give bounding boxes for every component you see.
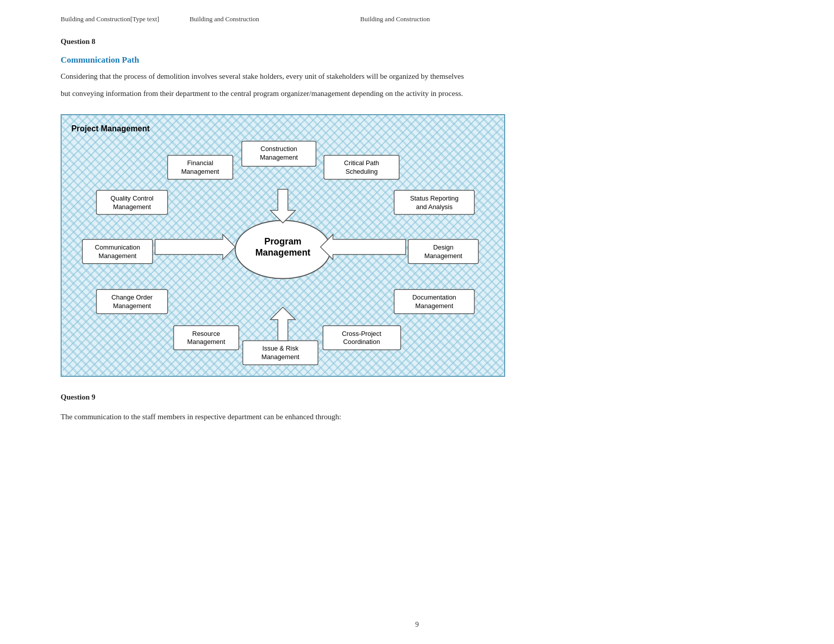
svg-text:Management: Management (415, 302, 454, 310)
diagram-container: Project Management Program Management Co… (61, 114, 505, 377)
question9-label: Question 9 (61, 393, 773, 402)
svg-text:and Analysis: and Analysis (416, 203, 452, 211)
svg-text:Management: Management (181, 168, 220, 175)
svg-text:Coordination: Coordination (343, 338, 380, 345)
svg-text:Management: Management (99, 252, 137, 260)
paragraph1: Considering that the process of demoliti… (61, 70, 773, 83)
question8-label: Question 8 (61, 37, 773, 46)
page-number: 9 (415, 621, 419, 629)
svg-text:Critical Path: Critical Path (344, 159, 379, 167)
svg-text:Issue & Risk: Issue & Risk (262, 344, 299, 352)
svg-text:Management: Management (260, 154, 298, 161)
svg-text:Change Order: Change Order (111, 293, 153, 301)
question9-paragraph: The communication to the staff members i… (61, 411, 773, 424)
svg-text:Management: Management (113, 302, 152, 310)
svg-text:Scheduling: Scheduling (346, 168, 378, 175)
proj-mgmt-title: Project Management (71, 124, 150, 133)
svg-text:Documentation: Documentation (412, 293, 456, 301)
svg-text:Cross-Project: Cross-Project (342, 330, 381, 337)
svg-text:Program: Program (264, 236, 301, 246)
svg-text:Status Reporting: Status Reporting (410, 194, 459, 202)
svg-text:Construction: Construction (261, 145, 297, 153)
svg-text:Management: Management (261, 353, 300, 361)
header: Building and Construction[Type text] Bui… (61, 15, 773, 23)
svg-text:Management: Management (255, 247, 310, 258)
svg-text:Management: Management (187, 338, 226, 345)
svg-text:Management: Management (113, 203, 152, 211)
svg-text:Resource: Resource (192, 330, 220, 337)
svg-text:Financial: Financial (187, 159, 213, 167)
svg-text:Management: Management (424, 252, 463, 260)
header-right: Building and Construction (360, 15, 430, 23)
svg-text:Communication: Communication (95, 243, 140, 251)
section-title-communication: Communication Path (61, 55, 773, 65)
diagram-svg: Project Management Program Management Co… (62, 115, 504, 376)
page: Building and Construction[Type text] Bui… (0, 0, 834, 644)
header-left: Building and Construction[Type text] (61, 15, 159, 23)
paragraph2: but conveying information from their dep… (61, 87, 773, 101)
svg-text:Design: Design (433, 243, 453, 251)
header-center: Building and Construction (189, 15, 259, 23)
svg-text:Quality Control: Quality Control (111, 194, 154, 202)
